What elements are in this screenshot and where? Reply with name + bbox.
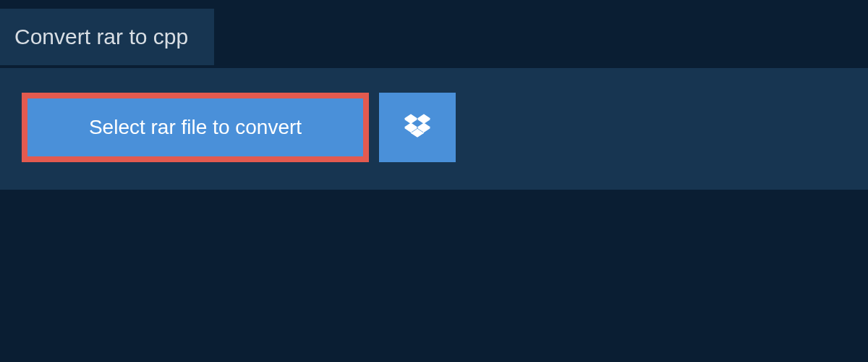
dropbox-button[interactable] xyxy=(379,93,456,162)
tab-title: Convert rar to cpp xyxy=(14,25,188,49)
dropbox-icon xyxy=(404,113,430,142)
select-file-button[interactable]: Select rar file to convert xyxy=(22,93,369,162)
upload-panel: Select rar file to convert xyxy=(0,68,868,190)
tab-container: Convert rar to cpp xyxy=(0,9,214,65)
select-file-label: Select rar file to convert xyxy=(89,116,302,139)
button-row: Select rar file to convert xyxy=(22,93,846,162)
tab-convert[interactable]: Convert rar to cpp xyxy=(0,9,214,65)
